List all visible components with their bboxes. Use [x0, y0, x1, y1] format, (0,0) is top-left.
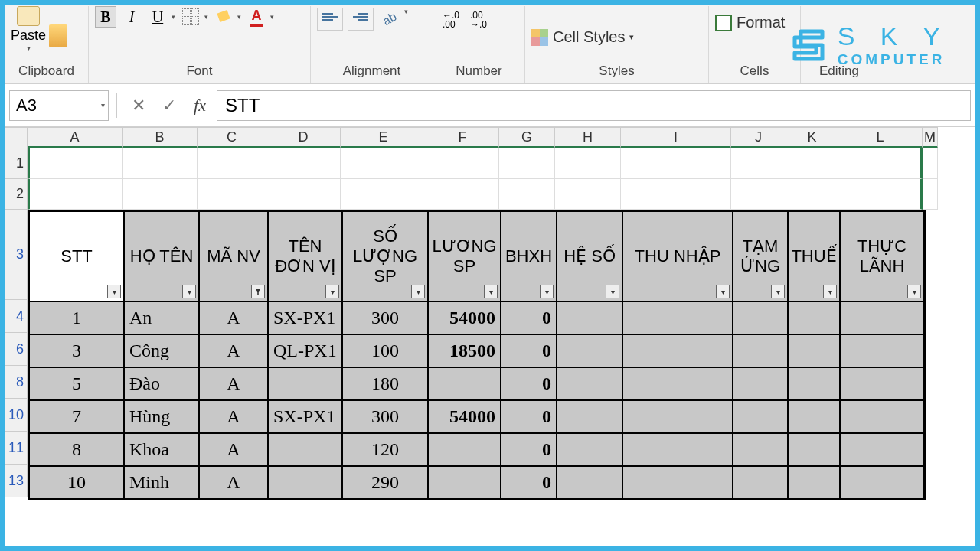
table-cell[interactable]: 120	[342, 433, 428, 466]
filter-button[interactable]	[823, 285, 837, 298]
table-cell[interactable]: 300	[342, 302, 428, 334]
table-cell[interactable]: 290	[342, 466, 428, 499]
cell[interactable]	[786, 148, 838, 179]
cell[interactable]	[499, 148, 555, 179]
filter-button[interactable]	[182, 285, 196, 298]
table-header[interactable]: THỰC LÃNH	[840, 211, 924, 302]
table-cell[interactable]	[557, 466, 622, 499]
table-cell[interactable]	[428, 367, 501, 400]
table-cell[interactable]: SX-PX1	[268, 302, 342, 334]
table-cell[interactable]: 0	[501, 433, 557, 466]
orientation-dropdown[interactable]: ▾	[404, 8, 408, 31]
table-cell[interactable]	[788, 400, 840, 433]
cell[interactable]	[555, 179, 621, 210]
row-header-13[interactable]: 13	[5, 465, 28, 497]
table-cell[interactable]	[840, 334, 924, 367]
cell[interactable]	[838, 148, 923, 179]
column-header-I[interactable]: I	[621, 127, 731, 148]
table-header[interactable]: THU NHẬP	[622, 211, 733, 302]
filter-button[interactable]	[771, 285, 785, 298]
underline-button[interactable]: U	[147, 6, 168, 28]
table-cell[interactable]	[268, 466, 342, 499]
font-color-dropdown[interactable]: ▾	[270, 13, 274, 21]
table-cell[interactable]	[733, 302, 788, 334]
table-cell[interactable]	[622, 466, 733, 499]
cell[interactable]	[122, 179, 198, 210]
filter-button[interactable]	[484, 285, 498, 298]
chevron-down-icon[interactable]: ▾	[101, 101, 105, 109]
table-cell[interactable]	[733, 367, 788, 400]
table-cell[interactable]: A	[199, 466, 268, 499]
cell[interactable]	[731, 179, 786, 210]
table-cell[interactable]: 54000	[428, 302, 501, 334]
bold-button[interactable]: B	[95, 6, 116, 28]
cell[interactable]	[341, 148, 426, 179]
cell[interactable]	[28, 148, 122, 179]
table-cell[interactable]: 180	[342, 367, 428, 400]
cell[interactable]	[923, 179, 938, 210]
column-header-E[interactable]: E	[341, 127, 426, 148]
table-cell[interactable]	[428, 433, 501, 466]
formula-input[interactable]: STT	[217, 90, 971, 121]
column-header-F[interactable]: F	[426, 127, 499, 148]
table-cell[interactable]: 0	[501, 400, 557, 433]
table-cell[interactable]: Hùng	[124, 400, 199, 433]
table-cell[interactable]	[788, 302, 840, 334]
table-cell[interactable]: 300	[342, 400, 428, 433]
table-cell[interactable]	[788, 466, 840, 499]
table-cell[interactable]: A	[199, 302, 268, 334]
table-header[interactable]: TÊN ĐƠN VỊ	[268, 211, 342, 302]
cell[interactable]	[621, 179, 731, 210]
table-cell[interactable]: 54000	[428, 400, 501, 433]
table-cell[interactable]	[733, 400, 788, 433]
table-cell[interactable]	[428, 466, 501, 499]
table-cell[interactable]	[840, 400, 924, 433]
filter-button[interactable]	[251, 285, 265, 298]
table-header[interactable]: BHXH	[501, 211, 557, 302]
table-header[interactable]: LƯƠNG SP	[428, 211, 501, 302]
table-cell[interactable]	[840, 302, 924, 334]
cell[interactable]	[198, 148, 266, 179]
cell[interactable]	[923, 148, 938, 179]
column-header-G[interactable]: G	[499, 127, 555, 148]
cell[interactable]	[266, 148, 341, 179]
filter-button[interactable]	[540, 285, 554, 298]
cell[interactable]	[266, 179, 341, 210]
table-cell[interactable]: Đào	[124, 367, 199, 400]
cell[interactable]	[731, 148, 786, 179]
table-cell[interactable]	[788, 367, 840, 400]
column-header-L[interactable]: L	[838, 127, 923, 148]
table-cell[interactable]	[733, 433, 788, 466]
row-header-6[interactable]: 6	[5, 333, 28, 366]
chevron-down-icon[interactable]: ▾	[27, 44, 31, 52]
increase-decimal-button[interactable]: ←.0 .00	[439, 9, 462, 31]
table-cell[interactable]: 10	[29, 466, 124, 499]
table-cell[interactable]	[788, 433, 840, 466]
enter-formula-button[interactable]: ✓	[155, 92, 183, 119]
table-cell[interactable]	[840, 466, 924, 499]
table-cell[interactable]: 7	[29, 400, 124, 433]
table-cell[interactable]	[622, 367, 733, 400]
table-cell[interactable]: 1	[29, 302, 124, 334]
table-cell[interactable]: Khoa	[124, 433, 199, 466]
paste-button[interactable]: Paste ▾	[11, 6, 46, 52]
borders-button[interactable]	[180, 6, 201, 28]
filter-button[interactable]	[325, 285, 339, 298]
table-cell[interactable]: Công	[124, 334, 199, 367]
column-header-J[interactable]: J	[731, 127, 786, 148]
table-cell[interactable]	[557, 302, 622, 334]
row-header-1[interactable]: 1	[5, 148, 28, 179]
table-cell[interactable]: A	[199, 400, 268, 433]
table-cell[interactable]	[557, 367, 622, 400]
table-cell[interactable]: 0	[501, 334, 557, 367]
column-header-H[interactable]: H	[555, 127, 621, 148]
table-header[interactable]: MÃ NV	[199, 211, 268, 302]
table-cell[interactable]: SX-PX1	[268, 400, 342, 433]
cell[interactable]	[122, 148, 198, 179]
table-cell[interactable]	[733, 334, 788, 367]
table-cell[interactable]	[622, 433, 733, 466]
table-cell[interactable]: 100	[342, 334, 428, 367]
table-cell[interactable]	[268, 367, 342, 400]
table-cell[interactable]: An	[124, 302, 199, 334]
select-all-corner[interactable]	[5, 127, 28, 148]
